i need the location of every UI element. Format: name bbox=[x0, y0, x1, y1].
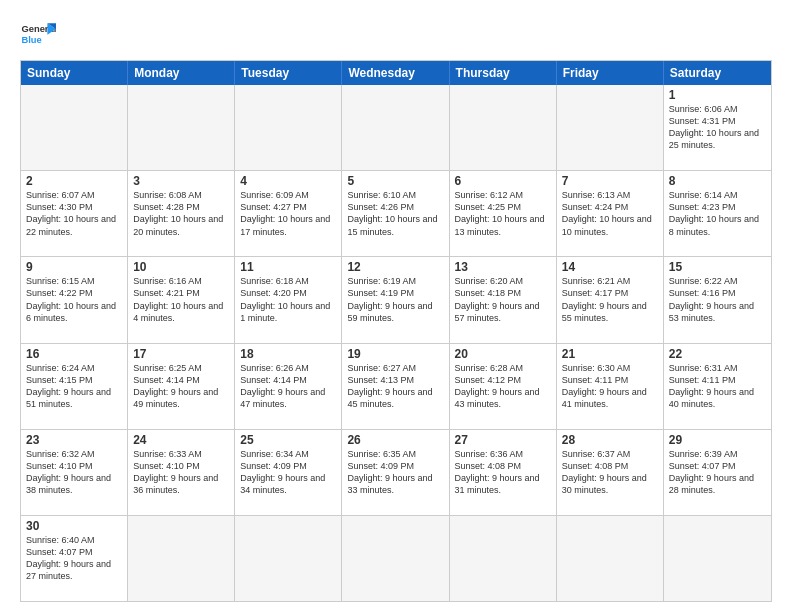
day-cell-13: 13Sunrise: 6:20 AM Sunset: 4:18 PM Dayli… bbox=[450, 257, 557, 342]
day-number: 27 bbox=[455, 433, 551, 447]
week-row-6: 30Sunrise: 6:40 AM Sunset: 4:07 PM Dayli… bbox=[21, 515, 771, 601]
day-cell-empty bbox=[235, 516, 342, 601]
day-cell-14: 14Sunrise: 6:21 AM Sunset: 4:17 PM Dayli… bbox=[557, 257, 664, 342]
day-number: 12 bbox=[347, 260, 443, 274]
day-info: Sunrise: 6:28 AM Sunset: 4:12 PM Dayligh… bbox=[455, 362, 551, 411]
day-cell-empty bbox=[128, 516, 235, 601]
day-cell-11: 11Sunrise: 6:18 AM Sunset: 4:20 PM Dayli… bbox=[235, 257, 342, 342]
day-headers-row: SundayMondayTuesdayWednesdayThursdayFrid… bbox=[21, 61, 771, 85]
day-info: Sunrise: 6:22 AM Sunset: 4:16 PM Dayligh… bbox=[669, 275, 766, 324]
day-number: 13 bbox=[455, 260, 551, 274]
day-cell-20: 20Sunrise: 6:28 AM Sunset: 4:12 PM Dayli… bbox=[450, 344, 557, 429]
day-header-monday: Monday bbox=[128, 61, 235, 85]
day-number: 6 bbox=[455, 174, 551, 188]
day-cell-25: 25Sunrise: 6:34 AM Sunset: 4:09 PM Dayli… bbox=[235, 430, 342, 515]
day-cell-28: 28Sunrise: 6:37 AM Sunset: 4:08 PM Dayli… bbox=[557, 430, 664, 515]
day-info: Sunrise: 6:39 AM Sunset: 4:07 PM Dayligh… bbox=[669, 448, 766, 497]
day-cell-empty bbox=[128, 85, 235, 170]
day-info: Sunrise: 6:25 AM Sunset: 4:14 PM Dayligh… bbox=[133, 362, 229, 411]
day-cell-empty bbox=[664, 516, 771, 601]
day-cell-empty bbox=[342, 85, 449, 170]
day-info: Sunrise: 6:32 AM Sunset: 4:10 PM Dayligh… bbox=[26, 448, 122, 497]
day-cell-1: 1Sunrise: 6:06 AM Sunset: 4:31 PM Daylig… bbox=[664, 85, 771, 170]
day-cell-26: 26Sunrise: 6:35 AM Sunset: 4:09 PM Dayli… bbox=[342, 430, 449, 515]
day-cell-18: 18Sunrise: 6:26 AM Sunset: 4:14 PM Dayli… bbox=[235, 344, 342, 429]
day-cell-17: 17Sunrise: 6:25 AM Sunset: 4:14 PM Dayli… bbox=[128, 344, 235, 429]
header: General Blue bbox=[20, 16, 772, 52]
day-number: 19 bbox=[347, 347, 443, 361]
calendar: SundayMondayTuesdayWednesdayThursdayFrid… bbox=[20, 60, 772, 602]
day-cell-7: 7Sunrise: 6:13 AM Sunset: 4:24 PM Daylig… bbox=[557, 171, 664, 256]
day-cell-12: 12Sunrise: 6:19 AM Sunset: 4:19 PM Dayli… bbox=[342, 257, 449, 342]
day-header-thursday: Thursday bbox=[450, 61, 557, 85]
day-cell-8: 8Sunrise: 6:14 AM Sunset: 4:23 PM Daylig… bbox=[664, 171, 771, 256]
day-cell-empty bbox=[557, 85, 664, 170]
day-cell-3: 3Sunrise: 6:08 AM Sunset: 4:28 PM Daylig… bbox=[128, 171, 235, 256]
day-info: Sunrise: 6:18 AM Sunset: 4:20 PM Dayligh… bbox=[240, 275, 336, 324]
day-number: 30 bbox=[26, 519, 122, 533]
day-number: 8 bbox=[669, 174, 766, 188]
day-number: 24 bbox=[133, 433, 229, 447]
day-info: Sunrise: 6:31 AM Sunset: 4:11 PM Dayligh… bbox=[669, 362, 766, 411]
day-number: 17 bbox=[133, 347, 229, 361]
week-row-1: 1Sunrise: 6:06 AM Sunset: 4:31 PM Daylig… bbox=[21, 85, 771, 170]
day-cell-empty bbox=[450, 516, 557, 601]
day-cell-22: 22Sunrise: 6:31 AM Sunset: 4:11 PM Dayli… bbox=[664, 344, 771, 429]
day-header-sunday: Sunday bbox=[21, 61, 128, 85]
day-number: 21 bbox=[562, 347, 658, 361]
day-number: 15 bbox=[669, 260, 766, 274]
svg-text:Blue: Blue bbox=[21, 35, 41, 45]
page: General Blue SundayMondayTuesdayWednesda… bbox=[0, 0, 792, 612]
day-info: Sunrise: 6:12 AM Sunset: 4:25 PM Dayligh… bbox=[455, 189, 551, 238]
day-number: 7 bbox=[562, 174, 658, 188]
day-cell-2: 2Sunrise: 6:07 AM Sunset: 4:30 PM Daylig… bbox=[21, 171, 128, 256]
day-number: 2 bbox=[26, 174, 122, 188]
day-header-tuesday: Tuesday bbox=[235, 61, 342, 85]
day-info: Sunrise: 6:35 AM Sunset: 4:09 PM Dayligh… bbox=[347, 448, 443, 497]
day-cell-5: 5Sunrise: 6:10 AM Sunset: 4:26 PM Daylig… bbox=[342, 171, 449, 256]
day-cell-15: 15Sunrise: 6:22 AM Sunset: 4:16 PM Dayli… bbox=[664, 257, 771, 342]
day-number: 4 bbox=[240, 174, 336, 188]
day-cell-29: 29Sunrise: 6:39 AM Sunset: 4:07 PM Dayli… bbox=[664, 430, 771, 515]
day-info: Sunrise: 6:24 AM Sunset: 4:15 PM Dayligh… bbox=[26, 362, 122, 411]
week-row-4: 16Sunrise: 6:24 AM Sunset: 4:15 PM Dayli… bbox=[21, 343, 771, 429]
day-info: Sunrise: 6:27 AM Sunset: 4:13 PM Dayligh… bbox=[347, 362, 443, 411]
day-cell-empty bbox=[235, 85, 342, 170]
weeks-container: 1Sunrise: 6:06 AM Sunset: 4:31 PM Daylig… bbox=[21, 85, 771, 601]
day-number: 10 bbox=[133, 260, 229, 274]
day-info: Sunrise: 6:16 AM Sunset: 4:21 PM Dayligh… bbox=[133, 275, 229, 324]
day-cell-empty bbox=[557, 516, 664, 601]
day-cell-empty bbox=[21, 85, 128, 170]
day-cell-empty bbox=[342, 516, 449, 601]
day-cell-6: 6Sunrise: 6:12 AM Sunset: 4:25 PM Daylig… bbox=[450, 171, 557, 256]
day-number: 5 bbox=[347, 174, 443, 188]
logo: General Blue bbox=[20, 16, 56, 52]
day-number: 16 bbox=[26, 347, 122, 361]
day-number: 14 bbox=[562, 260, 658, 274]
day-info: Sunrise: 6:14 AM Sunset: 4:23 PM Dayligh… bbox=[669, 189, 766, 238]
day-header-wednesday: Wednesday bbox=[342, 61, 449, 85]
day-number: 11 bbox=[240, 260, 336, 274]
day-info: Sunrise: 6:26 AM Sunset: 4:14 PM Dayligh… bbox=[240, 362, 336, 411]
day-header-saturday: Saturday bbox=[664, 61, 771, 85]
day-cell-19: 19Sunrise: 6:27 AM Sunset: 4:13 PM Dayli… bbox=[342, 344, 449, 429]
day-cell-21: 21Sunrise: 6:30 AM Sunset: 4:11 PM Dayli… bbox=[557, 344, 664, 429]
day-cell-24: 24Sunrise: 6:33 AM Sunset: 4:10 PM Dayli… bbox=[128, 430, 235, 515]
day-info: Sunrise: 6:21 AM Sunset: 4:17 PM Dayligh… bbox=[562, 275, 658, 324]
day-cell-empty bbox=[450, 85, 557, 170]
day-info: Sunrise: 6:09 AM Sunset: 4:27 PM Dayligh… bbox=[240, 189, 336, 238]
day-cell-30: 30Sunrise: 6:40 AM Sunset: 4:07 PM Dayli… bbox=[21, 516, 128, 601]
week-row-3: 9Sunrise: 6:15 AM Sunset: 4:22 PM Daylig… bbox=[21, 256, 771, 342]
day-cell-9: 9Sunrise: 6:15 AM Sunset: 4:22 PM Daylig… bbox=[21, 257, 128, 342]
day-number: 3 bbox=[133, 174, 229, 188]
day-number: 28 bbox=[562, 433, 658, 447]
day-cell-23: 23Sunrise: 6:32 AM Sunset: 4:10 PM Dayli… bbox=[21, 430, 128, 515]
day-info: Sunrise: 6:13 AM Sunset: 4:24 PM Dayligh… bbox=[562, 189, 658, 238]
day-number: 26 bbox=[347, 433, 443, 447]
day-number: 29 bbox=[669, 433, 766, 447]
day-info: Sunrise: 6:10 AM Sunset: 4:26 PM Dayligh… bbox=[347, 189, 443, 238]
day-number: 9 bbox=[26, 260, 122, 274]
day-info: Sunrise: 6:06 AM Sunset: 4:31 PM Dayligh… bbox=[669, 103, 766, 152]
day-info: Sunrise: 6:40 AM Sunset: 4:07 PM Dayligh… bbox=[26, 534, 122, 583]
day-info: Sunrise: 6:15 AM Sunset: 4:22 PM Dayligh… bbox=[26, 275, 122, 324]
